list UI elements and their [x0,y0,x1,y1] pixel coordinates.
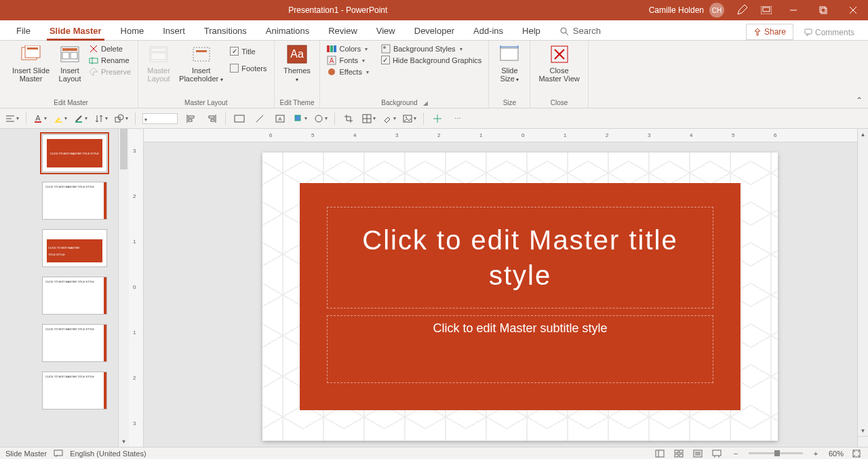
eraser-button[interactable] [381,111,397,126]
rename-button[interactable]: Rename [87,55,132,66]
status-language[interactable]: English (United States) [70,450,146,458]
reading-view-icon[interactable] [692,450,704,458]
tab-transitions[interactable]: Transitions [195,22,256,40]
close-button[interactable] [838,0,868,20]
tab-file[interactable]: File [7,22,40,40]
zoom-slider[interactable] [749,452,803,454]
shapes-menu[interactable] [113,111,130,126]
tab-view[interactable]: View [367,22,405,40]
thumbnail-6[interactable]: CLICK TO EDIT MASTER TITLE STYLE [42,372,107,410]
vertical-scrollbar[interactable]: ▲▼ [857,129,868,447]
thumbnail-scrollbar[interactable]: ▲▼ [118,129,129,447]
delete-button[interactable]: Delete [87,43,132,54]
preserve-button[interactable]: Preserve [87,66,132,77]
svg-point-60 [315,115,322,122]
hide-background-checkbox[interactable]: ✓Hide Background Graphics [380,55,483,65]
pen-icon[interactable] [730,5,754,16]
sorter-view-icon[interactable] [673,450,685,458]
footers-checkbox[interactable]: Footers [229,63,268,73]
thumbnail-4[interactable]: CLICK TO EDIT MASTER TITLE STYLE [42,277,107,315]
insert-slide-master-button[interactable]: Insert Slide Master [9,42,52,84]
tab-developer[interactable]: Developer [405,22,464,40]
table-button[interactable] [361,111,377,126]
svg-rect-69 [656,450,664,457]
ink-button[interactable] [73,111,89,126]
thumbnail-5[interactable]: CLICK TO EDIT MASTER TITLE STYLE [42,324,107,362]
svg-rect-34 [382,45,390,53]
zoom-value[interactable]: 60% [829,450,844,458]
background-styles-button[interactable]: Background Styles [380,43,483,54]
textbox-button[interactable]: A [272,111,288,126]
horizontal-ruler: 6 5 4 3 2 1 0 1 2 3 4 5 6 [144,129,857,142]
group-label-edit-theme: Edit Theme [280,98,315,108]
shape-fill-button[interactable] [292,111,309,126]
display-mode-icon[interactable] [754,6,778,14]
svg-rect-11 [25,45,40,58]
slideshow-view-icon[interactable] [711,450,723,458]
tab-animations[interactable]: Animations [256,22,319,40]
tab-addins[interactable]: Add-ins [464,22,513,40]
rect-button[interactable] [231,111,248,126]
tab-slide-master[interactable]: Slide Master [40,22,111,40]
minimize-button[interactable] [778,0,808,20]
line-button[interactable] [252,111,268,126]
svg-rect-50 [189,116,194,118]
close-master-view-button[interactable]: Close Master View [536,42,582,84]
normal-view-icon[interactable] [654,450,666,458]
effects-button[interactable]: Effects [326,66,370,77]
window-title: Presentation1 - PowerPoint [27,5,649,15]
title-checkbox[interactable]: ✓Title [229,46,268,56]
insert-layout-button[interactable]: Insert Layout [55,42,85,84]
thumbnail-1[interactable]: CLICK TO EDIT MASTER TITLE STYLE [42,134,107,172]
bg-launcher-icon[interactable]: ◢ [423,100,428,106]
share-button[interactable]: Share [746,24,793,40]
zoom-in-button[interactable]: + [810,450,822,458]
more-button[interactable]: ⋯ [450,111,466,126]
spellcheck-icon[interactable] [54,450,63,458]
circle-button[interactable] [313,111,329,126]
maximize-button[interactable] [808,0,838,20]
thumbnail-panel: CLICK TO EDIT MASTER TITLE STYLE CLICK T… [0,129,129,447]
themes-button[interactable]: Aa Themes▾ [281,42,313,84]
slide-size-button[interactable]: Slide Size ▾ [494,42,524,84]
tab-review[interactable]: Review [319,22,367,40]
align-left-button[interactable] [183,111,199,126]
sort-button[interactable] [93,111,109,126]
style-picker[interactable] [142,113,178,124]
svg-rect-4 [821,8,827,14]
highlight-button[interactable] [52,111,68,126]
colors-button[interactable]: Colors [326,43,370,54]
tab-insert[interactable]: Insert [153,22,195,40]
subtitle-placeholder[interactable]: Click to edit Master subtitle style [327,315,713,383]
fonts-button[interactable]: AFonts [326,55,370,66]
thumbnail-3[interactable]: CLICK TO EDIT MASTERTITLE STYLE [42,229,107,267]
search-box[interactable]: Search [550,22,610,40]
preserve-icon [89,67,98,77]
align-menu[interactable] [4,111,20,126]
slide-master[interactable]: Click to edit Master title style Click t… [262,153,778,441]
user-area[interactable]: Camille Holden CH [649,3,724,18]
svg-rect-55 [235,115,244,122]
insert-placeholder-button[interactable]: Insert Placeholder ▾ [176,42,226,84]
align-right-button[interactable] [203,111,220,126]
thumbnail-2[interactable]: CLICK TO EDIT MASTER TITLE STYLE [42,182,107,220]
comments-button[interactable]: Comments [797,25,861,40]
crop-button[interactable] [340,111,357,126]
font-color-button[interactable]: A [32,111,48,126]
svg-rect-30 [334,45,336,52]
zoom-out-button[interactable]: − [730,450,742,458]
title-placeholder[interactable]: Click to edit Master title style [327,207,713,308]
tab-home[interactable]: Home [111,22,154,40]
tab-help[interactable]: Help [513,22,550,40]
group-background: Colors AFonts Effects Background Styles … [320,41,489,108]
master-layout-icon [148,43,170,65]
secondary-toolbar: A A ⋯ [0,108,868,129]
themes-icon: Aa [286,43,308,65]
picture-button[interactable] [401,111,418,126]
slide-canvas-area[interactable]: Click to edit Master title style Click t… [144,142,857,447]
svg-rect-19 [90,58,98,63]
guides-button[interactable] [429,111,446,126]
fit-window-button[interactable] [850,450,863,458]
status-bar: Slide Master English (United States) − +… [0,447,868,459]
collapse-ribbon-icon[interactable]: ⌃ [856,96,863,105]
